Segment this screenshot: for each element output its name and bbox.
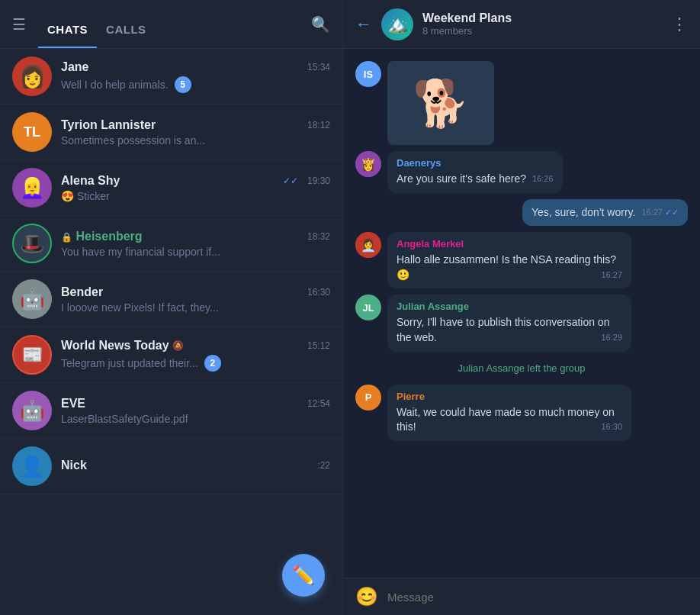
list-item[interactable]: 🤖 EVE 12:54 LaserBlastSafetyGuide.pdf <box>0 383 342 439</box>
chat-time: :22 <box>317 460 330 471</box>
message-bubble: Daenerys Are you sure it's safe here? 16… <box>387 151 563 193</box>
sticker-bubble: 🐕 <box>387 61 494 145</box>
tab-calls[interactable]: CALLS <box>97 23 156 48</box>
chat-info: Bender 16:30 I looove new Pixels! If fac… <box>61 285 330 314</box>
chat-preview: Telegram just updated their... 2 <box>61 355 330 372</box>
list-item[interactable]: 👤 Nick :22 <box>0 439 342 494</box>
list-item[interactable]: 📰 World News Today 🔕 15:12 Telegram just… <box>0 327 342 383</box>
chat-header: ← 🏔️ Weekend Plans 8 members ⋮ <box>343 0 700 49</box>
messages-area: IS 🐕 👸 Daenerys Are you sure it's safe h… <box>343 49 700 578</box>
avatar: TL <box>12 112 52 152</box>
tabs: CHATS CALLS <box>38 0 311 48</box>
avatar: 🤖 <box>12 279 52 319</box>
list-item[interactable]: 🎩 🔒 Heisenberg 18:32 You have my financi… <box>0 216 342 272</box>
sender-name: Pierre <box>397 391 622 402</box>
message-time: 16:30 <box>601 421 622 433</box>
avatar: 👸 <box>355 151 381 177</box>
avatar: 🎩 <box>12 224 52 263</box>
chat-input-bar: 😊 <box>343 578 700 615</box>
chat-name: Bender <box>61 285 103 299</box>
chat-info: Nick :22 <box>61 459 330 475</box>
avatar: 🤖 <box>12 391 52 430</box>
more-options-button[interactable]: ⋮ <box>671 14 688 34</box>
table-row: IS 🐕 <box>355 61 688 145</box>
avatar: IS <box>355 61 381 87</box>
message-bubble: Julian Assange Sorry, I'll have to publi… <box>387 295 631 351</box>
emoji-button[interactable]: 😊 <box>355 586 378 607</box>
chat-info: Jane 15:34 Well I do help animals. 5 <box>61 60 330 93</box>
chat-info: EVE 12:54 LaserBlastSafetyGuide.pdf <box>61 397 330 425</box>
chat-preview: Sometimes possession is an... <box>61 134 330 147</box>
table-row: 👸 Daenerys Are you sure it's safe here? … <box>355 151 688 193</box>
group-avatar: 🏔️ <box>381 8 413 40</box>
chat-time: 15:12 <box>307 340 330 351</box>
hamburger-icon[interactable]: ☰ <box>12 15 26 34</box>
chat-name: EVE <box>61 397 85 411</box>
chat-info: 🔒 Heisenberg 18:32 You have my financial… <box>61 230 330 258</box>
sender-name: Julian Assange <box>397 301 622 312</box>
sender-name: Angela Merkel <box>397 238 622 250</box>
table-row: P Pierre Wait, we could have made so muc… <box>355 385 688 441</box>
group-info: Weekend Plans 8 members <box>422 11 671 37</box>
message-time: 16:29 <box>601 332 622 343</box>
chat-preview: Well I do help animals. 5 <box>61 76 330 93</box>
chat-time: 15:34 <box>307 62 330 72</box>
message-time: 16:27 <box>601 269 622 281</box>
chat-name: Jane <box>61 60 88 74</box>
chat-preview: I looove new Pixels! If fact, they... <box>61 301 330 314</box>
chat-preview: 😍 Sticker <box>61 190 330 202</box>
avatar: 👱‍♀️ <box>12 168 52 208</box>
tab-chats[interactable]: CHATS <box>38 23 97 48</box>
chat-time: 12:54 <box>307 398 330 409</box>
message-time: 16:27 ✓✓ <box>641 207 679 218</box>
list-item[interactable]: 👱‍♀️ Alena Shy ✓✓ 19:30 😍 Sticker <box>0 160 342 216</box>
table-row: Yes, sure, don't worry. 16:27 ✓✓ <box>355 199 688 227</box>
sticker-image: 🐕 <box>387 61 494 145</box>
list-item[interactable]: TL Tyrion Lannister 18:12 Sometimes poss… <box>0 105 342 160</box>
badge: 2 <box>204 355 221 372</box>
chat-time: 19:30 <box>307 175 330 186</box>
avatar: JL <box>355 295 381 320</box>
chat-time: 18:32 <box>307 231 330 242</box>
search-icon[interactable]: 🔍 <box>311 15 330 34</box>
message-text: Sorry, I'll have to publish this convers… <box>397 315 622 345</box>
avatar: P <box>355 385 381 411</box>
group-name: Weekend Plans <box>422 11 671 25</box>
list-item[interactable]: 🤖 Bender 16:30 I looove new Pixels! If f… <box>0 272 342 327</box>
chat-preview: LaserBlastSafetyGuide.pdf <box>61 413 330 425</box>
message-text: Yes, sure, don't worry. 16:27 ✓✓ <box>531 205 679 221</box>
left-header: ☰ CHATS CALLS 🔍 <box>0 0 342 49</box>
chat-name: World News Today 🔕 <box>61 339 184 353</box>
message-time: 16:26 <box>532 173 554 185</box>
list-item[interactable]: 👩 Jane 15:34 Well I do help animals. 5 <box>0 49 342 105</box>
chat-name: Tyrion Lannister <box>61 118 156 132</box>
chat-name: Nick <box>61 459 87 472</box>
compose-fab[interactable]: ✏️ <box>282 554 325 597</box>
table-row: JL Julian Assange Sorry, I'll have to pu… <box>355 295 688 351</box>
chat-time: 18:12 <box>307 120 330 130</box>
avatar: 📰 <box>12 335 52 375</box>
message-input[interactable] <box>387 591 688 604</box>
chat-info: World News Today 🔕 15:12 Telegram just u… <box>61 339 330 372</box>
avatar: 👩‍💼 <box>355 232 381 258</box>
badge: 5 <box>175 76 191 93</box>
chat-preview: You have my financial support if... <box>61 246 330 258</box>
message-bubble: Yes, sure, don't worry. 16:27 ✓✓ <box>522 199 688 227</box>
group-members: 8 members <box>422 25 671 37</box>
message-text: Are you sure it's safe here? 16:26 <box>397 172 554 187</box>
system-message: Julian Assange left the group <box>355 358 688 378</box>
chat-name: Alena Shy <box>61 174 120 188</box>
back-button[interactable]: ← <box>355 14 372 34</box>
chat-time: 16:30 <box>307 287 330 298</box>
chat-name: 🔒 Heisenberg <box>61 230 143 243</box>
message-text: Wait, we could have made so much money o… <box>397 405 622 435</box>
message-text: Hallo alle zusammen! Is the NSA reading … <box>397 253 622 282</box>
message-bubble: Angela Merkel Hallo alle zusammen! Is th… <box>387 232 631 288</box>
chat-list: 👩 Jane 15:34 Well I do help animals. 5 T… <box>0 49 342 615</box>
table-row: 👩‍💼 Angela Merkel Hallo alle zusammen! I… <box>355 232 688 288</box>
avatar: 👤 <box>12 446 52 486</box>
right-panel: ← 🏔️ Weekend Plans 8 members ⋮ IS 🐕 👸 Da… <box>343 0 700 615</box>
sender-name: Daenerys <box>397 157 554 169</box>
message-bubble: Pierre Wait, we could have made so much … <box>387 385 631 441</box>
chat-info: Tyrion Lannister 18:12 Sometimes possess… <box>61 118 330 147</box>
